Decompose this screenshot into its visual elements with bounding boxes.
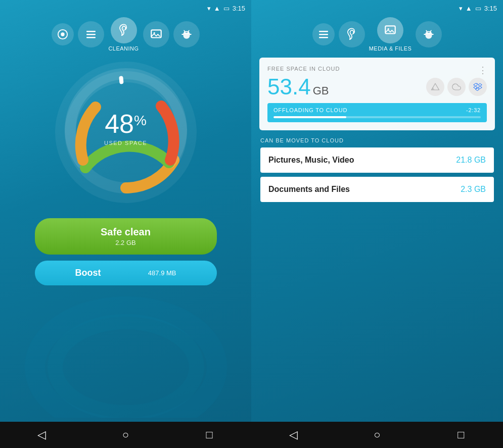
- nav-item-android-left[interactable]: [173, 21, 200, 47]
- percent-number: 48: [105, 109, 134, 139]
- gauge-center-text: 48 % USED SPACE: [104, 109, 147, 146]
- offload-section: OFFLOADING TO CLOUD -2:32: [267, 103, 487, 122]
- home-button-left[interactable]: ○: [110, 422, 141, 448]
- svg-rect-4: [86, 31, 96, 32]
- battery-icon-right: ▭: [475, 5, 481, 12]
- app-icon-btn[interactable]: [52, 23, 74, 45]
- nav-item-media-files[interactable]: MEDIA & FILES: [369, 17, 412, 52]
- nav-item-swirl-right[interactable]: [339, 21, 365, 47]
- bg-decoration: [25, 266, 227, 418]
- more-options-btn[interactable]: ⋮: [478, 65, 488, 76]
- wifi-icon-right: ▾: [459, 5, 463, 12]
- nav-item-media-left[interactable]: [143, 21, 169, 47]
- nav-item-menu[interactable]: [78, 21, 104, 47]
- offload-label: OFFLOADING TO CLOUD: [273, 107, 347, 113]
- google-drive-icon-btn[interactable]: [426, 78, 444, 96]
- swirl-icon-btn-right[interactable]: [339, 21, 365, 47]
- cloud-upload-icon-btn[interactable]: [447, 78, 466, 96]
- back-button-left[interactable]: ◁: [27, 422, 57, 448]
- safe-clean-button[interactable]: Safe clean 2.2 GB: [35, 218, 217, 255]
- svg-point-0: [35, 307, 217, 418]
- svg-point-3: [61, 32, 65, 36]
- left-panel: ▾ ▲ ▭ 3:15: [0, 0, 251, 448]
- offload-time: -2:32: [466, 107, 481, 113]
- file-card-size-pictures: 21.8 GB: [456, 156, 486, 165]
- nav-item-android-right[interactable]: [416, 21, 442, 47]
- status-bar-left: ▾ ▲ ▭ 3:15: [0, 0, 251, 14]
- dropbox-icon-btn[interactable]: [469, 78, 487, 96]
- svg-line-14: [184, 30, 185, 31]
- signal-icon-right: ▲: [466, 5, 472, 12]
- battery-icon: ▭: [223, 5, 230, 12]
- menu-icon-btn-right[interactable]: [312, 23, 335, 45]
- offload-progress-bar: [273, 116, 481, 118]
- svg-point-11: [187, 32, 188, 33]
- media-icon-btn-left[interactable]: [143, 21, 169, 47]
- svg-rect-6: [86, 37, 96, 38]
- file-card-name-pictures: Pictures, Music, Video: [268, 156, 354, 165]
- can-move-section: CAN BE MOVED TO CLOUD Pictures, Music, V…: [259, 137, 495, 206]
- swirl-icon-left: [117, 23, 131, 37]
- cloud-card-title: FREE SPACE IN CLOUD: [267, 66, 487, 72]
- svg-rect-18: [319, 31, 328, 32]
- menu-icon: [85, 28, 97, 40]
- google-drive-icon: [431, 82, 440, 91]
- percent-symbol: %: [134, 113, 147, 129]
- svg-line-15: [188, 30, 189, 31]
- file-card-name-documents: Documents and Files: [268, 185, 350, 194]
- status-bar-right: ▾ ▲ ▭ 3:15: [251, 0, 503, 14]
- gauge-used-label: USED SPACE: [104, 140, 147, 146]
- cloud-free-unit: GB: [313, 84, 329, 97]
- gauge-percent-value: 48 %: [104, 109, 147, 139]
- offload-progress-fill: [273, 116, 346, 118]
- cloud-service-icons: [426, 78, 487, 96]
- cloud-free-row: 53.4 GB: [267, 76, 487, 98]
- svg-point-1: [55, 322, 197, 413]
- home-button-right[interactable]: ○: [362, 422, 392, 448]
- file-card-documents[interactable]: Documents and Files 2.3 GB: [260, 177, 494, 202]
- cloud-free-amount: 53.4 GB: [267, 76, 329, 98]
- image-icon-left: [150, 28, 163, 41]
- cloud-icon: [452, 82, 461, 91]
- svg-rect-20: [319, 37, 328, 38]
- swirl-icon-right: [345, 27, 359, 41]
- media-files-icon-btn[interactable]: [377, 17, 403, 43]
- android-icon-left: [180, 28, 193, 41]
- dropbox-icon: [473, 82, 482, 91]
- svg-rect-19: [319, 34, 328, 35]
- nav-row-right: MEDIA & FILES: [251, 14, 503, 52]
- svg-point-24: [427, 32, 428, 33]
- right-panel: ▾ ▲ ▭ 3:15: [251, 0, 503, 448]
- nav-item-cleaning[interactable]: CLEANING: [108, 17, 139, 52]
- cleaning-icon-btn[interactable]: [111, 17, 137, 43]
- recents-button-left[interactable]: □: [194, 422, 224, 448]
- bottom-nav-left: ◁ ○ □: [0, 422, 251, 448]
- can-move-title: CAN BE MOVED TO CLOUD: [260, 137, 494, 143]
- svg-rect-5: [86, 34, 96, 35]
- android-icon-btn-right[interactable]: [416, 21, 442, 47]
- nav-item-app[interactable]: [52, 23, 74, 45]
- back-button-right[interactable]: ◁: [278, 422, 308, 448]
- cloud-card: FREE SPACE IN CLOUD 53.4 GB: [259, 58, 495, 130]
- boost-button[interactable]: Boost 487.9 MB: [35, 261, 217, 285]
- android-icon-right: [422, 28, 435, 41]
- time-right: 3:15: [484, 5, 497, 12]
- android-icon-btn-left[interactable]: [173, 21, 200, 47]
- boost-size: 487.9 MB: [148, 269, 176, 277]
- right-content: FREE SPACE IN CLOUD 53.4 GB: [251, 52, 503, 422]
- recents-button-right[interactable]: □: [446, 422, 476, 448]
- menu-icon-btn[interactable]: [78, 21, 104, 47]
- signal-icon: ▲: [214, 5, 220, 12]
- safe-clean-sub: 2.2 GB: [115, 239, 135, 246]
- nav-item-menu-right[interactable]: [312, 23, 335, 45]
- bottom-nav-right: ◁ ○ □: [251, 422, 503, 448]
- menu-icon-right: [317, 28, 330, 40]
- gauge-container: 48 % USED SPACE: [55, 62, 197, 203]
- nav-row-left: CLEANING: [0, 14, 251, 52]
- cloud-free-number: 53.4: [267, 76, 311, 98]
- svg-line-28: [427, 30, 428, 31]
- nav-label-cleaning: CLEANING: [108, 45, 139, 52]
- status-icons-right: ▾ ▲ ▭ 3:15: [459, 5, 497, 12]
- image-icon-right: [384, 24, 397, 37]
- file-card-pictures[interactable]: Pictures, Music, Video 21.8 GB: [260, 147, 494, 173]
